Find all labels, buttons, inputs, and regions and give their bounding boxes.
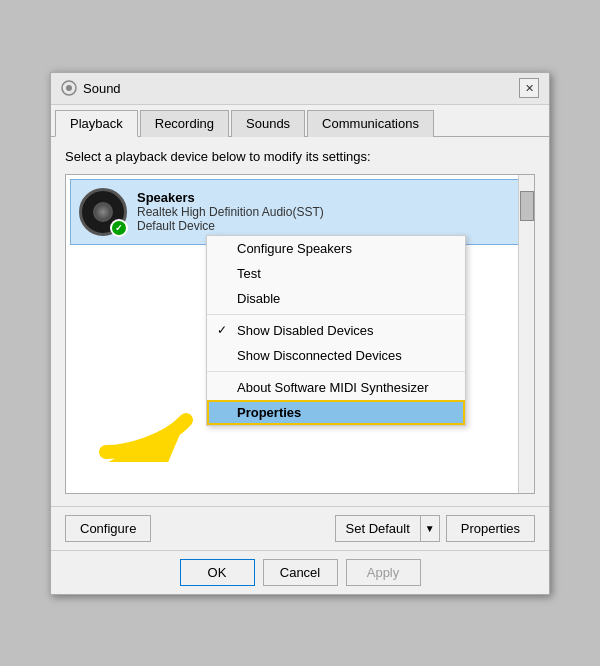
scrollbar-thumb[interactable] (520, 191, 534, 221)
instruction-text: Select a playback device below to modify… (65, 149, 535, 164)
menu-item-show-disconnected[interactable]: Show Disconnected Devices (207, 343, 465, 368)
svg-point-1 (66, 85, 72, 91)
cancel-button[interactable]: Cancel (263, 559, 338, 586)
tab-playback[interactable]: Playback (55, 110, 138, 137)
configure-button[interactable]: Configure (65, 515, 151, 542)
menu-item-disable[interactable]: Disable (207, 286, 465, 311)
device-driver: Realtek High Definition Audio(SST) (137, 205, 324, 219)
apply-button[interactable]: Apply (346, 559, 421, 586)
device-list[interactable]: ✓ Speakers Realtek High Definition Audio… (65, 174, 535, 494)
close-button[interactable]: ✕ (519, 78, 539, 98)
tabs-bar: Playback Recording Sounds Communications (51, 105, 549, 137)
sound-icon (61, 80, 77, 96)
ok-cancel-bar: OK Cancel Apply (51, 550, 549, 594)
menu-item-show-disabled[interactable]: Show Disabled Devices (207, 318, 465, 343)
menu-item-test[interactable]: Test (207, 261, 465, 286)
device-name: Speakers (137, 190, 324, 205)
tab-recording[interactable]: Recording (140, 110, 229, 137)
menu-item-configure[interactable]: Configure Speakers (207, 236, 465, 261)
menu-divider-1 (207, 314, 465, 315)
menu-divider-2 (207, 371, 465, 372)
menu-item-about-midi[interactable]: About Software MIDI Synthesizer (207, 375, 465, 400)
sound-dialog: Sound ✕ Playback Recording Sounds Commun… (50, 72, 550, 595)
arrow-icon (86, 382, 216, 462)
tab-communications[interactable]: Communications (307, 110, 434, 137)
speaker-icon: ✓ (79, 188, 127, 236)
title-bar-left: Sound (61, 80, 121, 96)
default-check-icon: ✓ (110, 219, 128, 237)
context-menu: Configure Speakers Test Disable Show Dis… (206, 235, 466, 426)
set-default-group: Set Default ▼ (335, 515, 440, 542)
dialog-title: Sound (83, 81, 121, 96)
device-status: Default Device (137, 219, 324, 233)
bottom-button-bar: Configure Set Default ▼ Properties (51, 506, 549, 550)
tab-sounds[interactable]: Sounds (231, 110, 305, 137)
tab-content: Select a playback device below to modify… (51, 137, 549, 506)
device-info: Speakers Realtek High Definition Audio(S… (137, 190, 324, 233)
menu-item-properties[interactable]: Properties (207, 400, 465, 425)
ok-button[interactable]: OK (180, 559, 255, 586)
set-default-arrow-button[interactable]: ▼ (421, 515, 440, 542)
title-bar: Sound ✕ (51, 73, 549, 105)
set-default-button[interactable]: Set Default (335, 515, 421, 542)
arrow-annotation (86, 382, 216, 465)
scrollbar[interactable] (518, 175, 534, 493)
properties-button[interactable]: Properties (446, 515, 535, 542)
